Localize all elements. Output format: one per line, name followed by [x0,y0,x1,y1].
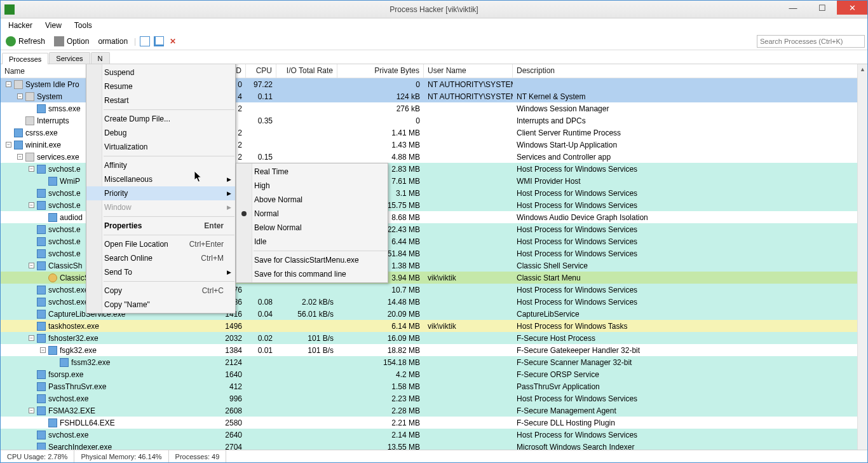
tree-toggle-icon[interactable]: − [29,408,34,413]
process-name: services.exe [37,153,79,162]
menu-item[interactable]: Priority▶ [86,186,235,200]
tab-processes[interactable]: Processes [2,53,48,64]
process-icon [37,310,46,319]
refresh-button[interactable]: Refresh [3,35,48,48]
table-row[interactable]: FSHDLL64.EXE25802.21 MBF-Secure DLL Host… [1,417,867,429]
submenu-arrow-icon: ▶ [227,190,231,197]
col-private-bytes[interactable]: Private Bytes [337,64,424,78]
menu-item[interactable]: Search OnlineCtrl+M [86,251,235,265]
delete-icon[interactable]: ✕ [168,36,178,46]
menu-item[interactable]: PropertiesEnter [86,219,235,233]
process-icon [37,249,46,258]
table-row[interactable]: svchost.exe9962.23 MBHost Process for Wi… [1,392,867,404]
tree-toggle-icon[interactable]: − [29,166,34,172]
menu-item[interactable]: Above Normal [236,193,388,207]
menu-item[interactable]: Create Dump File... [86,112,235,126]
menu-item[interactable]: Open File LocationCtrl+Enter [86,237,235,251]
process-name: svchost.e [48,165,81,174]
table-row[interactable]: fsorsp.exe16404.2 MBF-Secure ORSP Servic… [1,368,867,380]
menu-item[interactable]: Resume [86,79,235,93]
tab-services[interactable]: Services [49,52,90,64]
table-row[interactable]: PassThruSvr.exe4121.58 MBPassThruSvr App… [1,380,867,392]
menu-item[interactable]: Debug [86,126,235,140]
process-icon [25,92,34,101]
menu-item[interactable]: Virtualization [86,140,235,154]
titlebar[interactable]: Process Hacker [vik\viktik] — ☐ ✕ [1,1,867,18]
window-icon[interactable] [140,36,150,46]
table-row[interactable]: −fsgk32.exe13840.01101 B/s18.82 MBF-Secu… [1,344,867,356]
close-button[interactable]: ✕ [837,1,867,15]
minimize-button[interactable]: — [778,1,808,15]
process-icon [37,286,46,294]
tabs: Processes Services N [1,50,867,64]
process-icon [37,406,46,415]
menu-item[interactable]: Suspend [86,66,235,79]
menu-item[interactable]: Normal [236,207,388,221]
process-name: WmiP [60,177,80,186]
tree-toggle-icon[interactable]: − [40,347,46,353]
tree-toggle-icon[interactable]: − [17,93,23,99]
priority-submenu[interactable]: Real TimeHighAbove NormalNormalBelow Nor… [236,163,388,283]
process-icon [37,370,46,379]
process-icon [37,165,46,174]
table-row[interactable]: SearchIndexer.exe270413.55 MBMicrosoft W… [1,441,867,450]
status-memory: Physical Memory: 46.14% [74,450,168,462]
menu-view[interactable]: View [40,20,67,31]
tab-network[interactable]: N [91,52,110,64]
menu-item[interactable]: Save for this command line [236,267,388,281]
information-button[interactable]: ormation [95,36,130,47]
menu-hacker[interactable]: Hacker [3,20,37,31]
scroll-up-icon[interactable]: ▲ [858,64,867,74]
process-name: svchost.e [48,201,81,210]
menu-item[interactable]: Restart [86,93,235,107]
options-button[interactable]: Option [51,35,92,48]
process-icon [37,201,46,210]
table-row[interactable]: −FSMA32.EXE26082.28 MBF-Secure Managemen… [1,404,867,417]
process-name: svchost.e [48,225,81,234]
menu-item[interactable]: Miscellaneous▶ [86,172,235,186]
tree-toggle-icon[interactable]: − [17,154,23,160]
menu-item[interactable]: Idle [236,235,388,249]
table-row[interactable]: fssm32.exe2124154.18 MBF-Secure Scanner … [1,356,867,368]
process-name: Interrupts [37,116,69,125]
menu-item[interactable]: High [236,179,388,193]
table-row[interactable]: −fshoster32.exe20320.02101 B/s16.09 MBF-… [1,332,867,344]
menu-item[interactable]: Save for ClassicStartMenu.exe [236,253,388,267]
vertical-scrollbar[interactable]: ▲ [857,64,867,450]
app-icon [4,4,15,15]
process-name: svchost.e [48,249,81,258]
tree-toggle-icon[interactable]: − [29,335,34,341]
menu-item[interactable]: Copy "Name" [86,298,235,312]
col-io[interactable]: I/O Total Rate [276,64,337,78]
process-icon [37,261,46,270]
col-description[interactable]: Description [513,64,867,78]
process-name: System [37,92,62,101]
context-menu[interactable]: TerminateDelTerminate TreeShift+DelSuspe… [86,64,236,314]
col-cpu[interactable]: CPU [246,64,276,78]
process-icon [37,443,46,450]
maximize-button[interactable]: ☐ [808,1,837,15]
table-row[interactable]: svchost.exe26402.14 MBHost Process for W… [1,429,867,441]
menu-item[interactable]: Send To▶ [86,265,235,279]
process-icon [37,225,46,234]
tree-toggle-icon[interactable]: − [29,202,34,208]
search-input[interactable] [757,35,865,48]
menu-tools[interactable]: Tools [69,20,97,31]
process-icon [25,153,34,162]
windows-icon[interactable] [154,36,164,46]
tree-toggle-icon[interactable]: − [6,142,11,148]
process-name: svchost.exe [48,298,88,307]
process-icon [14,141,23,149]
submenu-arrow-icon: ▶ [227,204,231,211]
process-name: fssm32.exe [71,358,110,367]
tree-toggle-icon[interactable]: − [29,263,34,268]
menu-item[interactable]: Affinity [86,158,235,172]
toolbar: Refresh Option ormation | ✕ [1,32,867,50]
menu-item[interactable]: CopyCtrl+C [86,284,235,298]
tree-toggle-icon[interactable]: − [6,81,11,87]
table-row[interactable]: taskhostex.exe14966.14 MBvik\viktikHost … [1,320,867,332]
col-user[interactable]: User Name [424,64,513,78]
menu-item[interactable]: Below Normal [236,221,388,235]
menu-item[interactable]: Real Time [236,165,388,179]
refresh-icon [6,36,16,46]
